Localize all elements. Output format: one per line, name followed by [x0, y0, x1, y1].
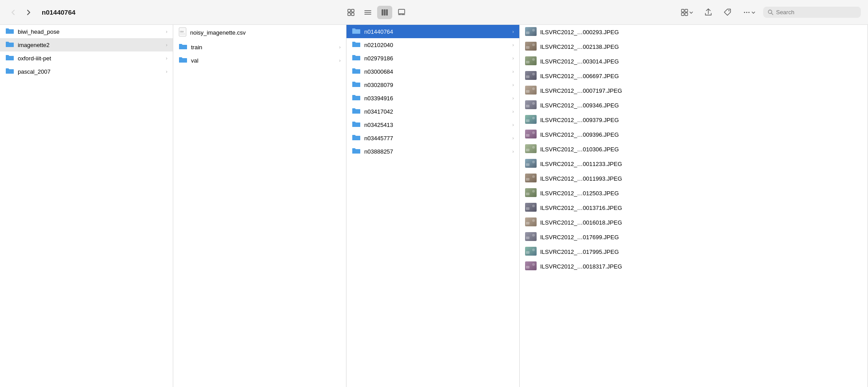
svg-rect-15: [681, 13, 684, 16]
gallery-view-button[interactable]: [394, 6, 409, 19]
item-name: ILSVRC2012_…0013716.JPEG: [540, 205, 862, 211]
list-item[interactable]: CSV noisy_imagenette.csv: [173, 25, 346, 40]
list-item[interactable]: n03028079 ›: [346, 78, 519, 91]
list-item[interactable]: ILSVRC2012_…006697.JPEG: [520, 69, 868, 83]
item-name: ILSVRC2012_…006697.JPEG: [540, 73, 862, 79]
list-item[interactable]: oxford-iiit-pet ›: [0, 51, 173, 65]
list-item[interactable]: ILSVRC2012_…010306.JPEG: [520, 142, 868, 157]
svg-rect-46: [526, 119, 530, 122]
list-item[interactable]: n01440764 ›: [346, 25, 519, 38]
item-name: noisy_imagenette.csv: [190, 29, 341, 36]
svg-point-56: [532, 161, 535, 163]
item-name: ILSVRC2012_…010306.JPEG: [540, 146, 862, 153]
svg-rect-43: [526, 105, 530, 107]
list-item[interactable]: ILSVRC2012_…0011233.JPEG: [520, 157, 868, 171]
search-input[interactable]: [776, 9, 856, 16]
item-name: n03394916: [364, 95, 509, 102]
group-button[interactable]: [677, 7, 697, 18]
item-name: ILSVRC2012_…002138.JPEG: [540, 43, 862, 50]
item-name: imagenette2: [18, 42, 162, 48]
item-name: ILSVRC2012_…003014.JPEG: [540, 58, 862, 65]
forward-button[interactable]: [22, 6, 35, 19]
svg-point-68: [532, 219, 535, 222]
list-item[interactable]: n03888257 ›: [346, 145, 519, 158]
list-item[interactable]: ILSVRC2012_…009346.JPEG: [520, 98, 868, 113]
list-item[interactable]: ILSVRC2012_…017995.JPEG: [520, 245, 868, 259]
list-item[interactable]: n03394916 ›: [346, 91, 519, 105]
svg-point-59: [532, 175, 535, 178]
list-item[interactable]: ILSVRC2012_…0016018.JPEG: [520, 215, 868, 230]
list-item[interactable]: ILSVRC2012_…002138.JPEG: [520, 39, 868, 54]
list-item[interactable]: ILSVRC2012_…009379.JPEG: [520, 113, 868, 127]
list-item[interactable]: n03417042 ›: [346, 105, 519, 118]
list-item[interactable]: n02979186 ›: [346, 51, 519, 65]
list-item[interactable]: n03425413 ›: [346, 118, 519, 131]
more-chevron-icon: [752, 11, 755, 14]
list-item[interactable]: n03445777 ›: [346, 131, 519, 145]
item-name: ILSVRC2012_…009346.JPEG: [540, 102, 862, 109]
folder-icon: [352, 94, 361, 103]
grid-view-button[interactable]: [343, 6, 358, 19]
list-item[interactable]: ILSVRC2012_…0011993.JPEG: [520, 171, 868, 186]
list-item[interactable]: imagenette2 ›: [0, 38, 173, 51]
svg-line-22: [772, 13, 773, 15]
chevron-right-icon: ›: [512, 109, 514, 114]
window-title: n01440764: [42, 8, 76, 16]
svg-point-19: [746, 12, 748, 13]
svg-point-47: [532, 117, 535, 119]
image-thumbnail: [525, 42, 537, 52]
list-item[interactable]: ILSVRC2012_…012503.JPEG: [520, 186, 868, 201]
list-item[interactable]: val ›: [173, 54, 346, 67]
folder-icon: [179, 43, 187, 51]
list-item[interactable]: ILSVRC2012_…0018317.JPEG: [520, 259, 868, 274]
image-thumbnail: [525, 261, 537, 272]
item-name: ILSVRC2012_…017995.JPEG: [540, 249, 862, 255]
chevron-right-icon: ›: [512, 42, 514, 47]
chevron-right-icon: ›: [512, 135, 514, 141]
svg-point-29: [532, 29, 535, 32]
folder-icon: [352, 134, 361, 142]
svg-point-53: [532, 146, 535, 149]
image-thumbnail: [525, 86, 537, 96]
list-item[interactable]: ILSVRC2012_…0007197.JPEG: [520, 83, 868, 98]
list-item[interactable]: ILSVRC2012_…000293.JPEG: [520, 25, 868, 39]
list-item[interactable]: biwi_head_pose ›: [0, 25, 173, 38]
item-name: ILSVRC2012_…0018317.JPEG: [540, 263, 862, 270]
chevron-right-icon: ›: [339, 58, 341, 63]
folder-icon: [352, 40, 361, 49]
folder-icon: [5, 54, 14, 63]
back-button[interactable]: [7, 6, 20, 19]
share-button[interactable]: [701, 6, 716, 18]
tag-button[interactable]: [720, 6, 735, 18]
folder-icon: [5, 40, 14, 49]
svg-point-41: [532, 87, 535, 90]
list-item[interactable]: ILSVRC2012_…009396.JPEG: [520, 127, 868, 142]
list-item[interactable]: n03000684 ›: [346, 65, 519, 78]
list-item[interactable]: pascal_2007 ›: [0, 65, 173, 78]
list-item[interactable]: ILSVRC2012_…0013716.JPEG: [520, 201, 868, 215]
column-view-button[interactable]: [377, 6, 392, 19]
item-name: ILSVRC2012_…0011233.JPEG: [540, 161, 862, 167]
svg-rect-14: [685, 9, 688, 12]
item-name: ILSVRC2012_…012503.JPEG: [540, 190, 862, 197]
svg-rect-16: [685, 13, 688, 16]
chevron-right-icon: ›: [512, 122, 514, 127]
list-item[interactable]: train ›: [173, 40, 346, 54]
chevron-right-icon: ›: [512, 82, 514, 87]
svg-point-71: [532, 234, 535, 237]
list-item[interactable]: n02102040 ›: [346, 38, 519, 51]
image-thumbnail: [525, 130, 537, 140]
list-view-button[interactable]: [360, 6, 375, 19]
svg-rect-37: [526, 75, 530, 78]
svg-rect-61: [526, 193, 530, 195]
list-item[interactable]: ILSVRC2012_…003014.JPEG: [520, 54, 868, 69]
item-name: n03417042: [364, 108, 509, 115]
more-button[interactable]: [739, 6, 759, 19]
list-item[interactable]: ILSVRC2012_…017699.JPEG: [520, 230, 868, 245]
svg-rect-3: [351, 13, 354, 16]
folder-icon: [352, 27, 361, 36]
svg-rect-64: [526, 207, 530, 210]
file-browser: biwi_head_pose › imagenette2 › oxford-ii…: [0, 25, 868, 387]
svg-rect-67: [526, 222, 530, 225]
item-name: ILSVRC2012_…0011993.JPEG: [540, 175, 862, 182]
